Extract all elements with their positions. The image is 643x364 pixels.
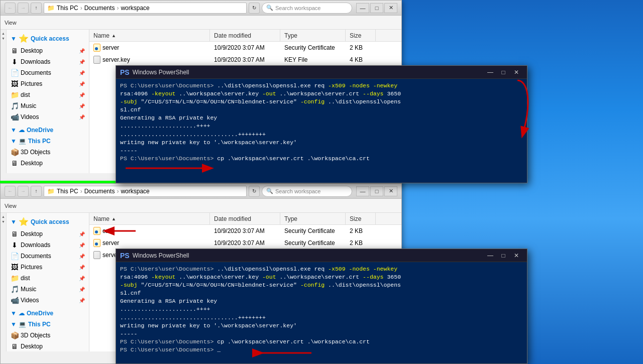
col-date-top[interactable]: Date modified [210,30,280,41]
videos-icon-b: 📹 [11,296,19,304]
key-icon-server-b [93,251,100,259]
desktop-icon-b: 🖥 [11,230,19,238]
explorer-title-bar-bottom: ← → ↑ 📁 This PC › Documents › workspace … [1,184,401,199]
sidebar-item-desktop2[interactable]: 🖥 Desktop [7,158,89,169]
sidebar-item-videos[interactable]: 📹 Videos 📌 [7,111,89,123]
minimize-button-top[interactable]: — [356,3,369,13]
search-bar-top[interactable]: 🔍 Search workspace [262,3,352,14]
file-row-server-crt[interactable]: server 10/9/2020 3:07 AM Security Certif… [89,42,401,54]
ps-minimize-top[interactable]: — [484,67,497,77]
forward-button-bottom[interactable]: → [18,186,29,197]
documents-icon: 📄 [11,69,19,77]
sidebar-quick-access-b[interactable]: ▼ ⭐ Quick access [7,215,89,228]
this-pc-chevron: ▼ [11,138,17,145]
col-date-bottom[interactable]: Date modified [210,213,280,224]
sidebar-this-pc[interactable]: ▼ 💻 This PC [7,136,89,147]
cert-icon-server-b [93,239,100,247]
file-row-server-b[interactable]: server 10/9/2020 3:07 AM Security Certif… [89,237,401,249]
ps-line4: sl.cnf [120,106,523,114]
sidebar-item-3dobjects[interactable]: 📦 3D Objects [7,147,89,158]
sidebar-item-pictures-b[interactable]: 🖼 Pictures 📌 [7,262,89,273]
file-type-server: Security Certificate [280,44,346,51]
sidebar-item-music-b[interactable]: 🎵 Music 📌 [7,284,89,295]
forward-button-top[interactable]: → [18,3,29,14]
col-name-top[interactable]: Name ▲ [89,30,210,41]
sidebar-item-desktop[interactable]: 🖥 Desktop 📌 [7,45,89,56]
col-type-top[interactable]: Type [280,30,346,41]
sidebar-item-dist-b[interactable]: 📁 dist 📌 [7,273,89,284]
ps-line9: ----- [120,147,523,155]
sidebar-top: ▼ ⭐ Quick access 🖥 Desktop 📌 ⬇ Downloads… [7,30,89,173]
dist-icon-b: 📁 [11,274,19,282]
file-size-server-b: 2 KB [346,239,376,247]
back-button-bottom[interactable]: ← [5,186,16,197]
col-size-top[interactable]: Size [346,30,376,41]
refresh-button-top[interactable]: ↻ [249,3,260,14]
close-button-top[interactable]: ✕ [384,3,397,13]
address-documents: Documents [84,5,115,12]
sidebar-item-documents[interactable]: 📄 Documents 📌 [7,67,89,78]
ps-b-line9: ----- [120,330,523,338]
powershell-window-top: PS Windows PowerShell — □ ✕ PS C:\Users\… [116,65,527,183]
ps-b-line6: ......................++++ [120,305,523,313]
sidebar-onedrive[interactable]: ▼ ☁ OneDrive [7,125,89,136]
maximize-button-bottom[interactable]: □ [370,186,383,196]
close-button-bottom[interactable]: ✕ [384,186,397,196]
sidebar-quick-access[interactable]: ▼ ⭐ Quick access [7,32,89,45]
ps-b-line11: PS C:\Users\user\Documents> _ [120,346,523,354]
sidebar-item-videos-b[interactable]: 📹 Videos 📌 [7,295,89,306]
address-bar-bottom[interactable]: 📁 This PC › Documents › workspace [44,186,247,197]
sidebar-item-dist[interactable]: 📁 dist 📌 [7,89,89,100]
quick-access-chevron: ▼ [11,35,17,42]
sidebar-item-documents-b[interactable]: 📄 Documents 📌 [7,251,89,262]
search-icon-top: 🔍 [266,5,273,11]
window-controls-top: — □ ✕ [356,3,397,13]
refresh-button-bottom[interactable]: ↻ [249,186,260,197]
col-name-bottom[interactable]: Name ▲ [89,213,210,224]
explorer-title-bar-top: ← → ↑ 📁 This PC › Documents › workspace … [1,1,401,16]
ps-close-bottom[interactable]: ✕ [510,251,523,261]
search-bar-bottom[interactable]: 🔍 Search workspace [262,186,352,197]
sidebar-item-downloads[interactable]: ⬇ Downloads 📌 [7,56,89,67]
file-date-server-key: 10/9/2020 3:07 AM [210,56,280,63]
sidebar-item-pictures[interactable]: 🖼 Pictures 📌 [7,78,89,89]
downloads-icon-b: ⬇ [11,241,19,249]
left-scrollbar-bottom: ▲ ▼ [1,213,7,351]
col-headers-top: Name ▲ Date modified Type Size [89,30,401,42]
ps-icon-bottom: PS [120,252,130,260]
col-type-bottom[interactable]: Type [280,213,346,224]
ps-maximize-bottom[interactable]: □ [497,251,510,261]
up-button-bottom[interactable]: ↑ [31,186,42,197]
ps-b-line2: rsa:4096 -keyout ..\workspace\server.key… [120,273,523,281]
sidebar-item-downloads-b[interactable]: ⬇ Downloads 📌 [7,239,89,251]
ps-minimize-bottom[interactable]: — [484,251,497,261]
sidebar-onedrive-b[interactable]: ▼ ☁ OneDrive [7,308,89,319]
address-folder-icon-b: 📁 [47,188,55,195]
sidebar-item-3dobjects-b[interactable]: 📦 3D Objects [7,330,89,341]
ps-line2: rsa:4096 -keyout ..\workspace\server.key… [120,90,523,98]
file-size-ca: 2 KB [346,227,376,234]
up-button-top[interactable]: ↑ [31,3,42,14]
sidebar-item-desktop2-b[interactable]: 🖥 Desktop [7,341,89,351]
ps-line10: PS C:\Users\user\Documents> cp .\workspa… [120,155,523,163]
ps-b-line4: sl.cnf [120,289,523,297]
maximize-button-top[interactable]: □ [370,3,383,13]
key-icon-server [93,56,100,64]
col-size-bottom[interactable]: Size [346,213,376,224]
file-row-server-key[interactable]: server.key 10/9/2020 3:07 AM KEY File 4 … [89,54,401,66]
ps-title-bar-top: PS Windows PowerShell — □ ✕ [116,66,527,79]
sidebar-this-pc-b[interactable]: ▼ 💻 This PC [7,319,89,330]
ps-line7: ..................................++++++… [120,131,523,139]
pictures-icon: 🖼 [11,80,19,88]
address-bar-top[interactable]: 📁 This PC › Documents › workspace [44,3,247,14]
file-row-ca[interactable]: ca 10/9/2020 3:07 AM Security Certificat… [89,225,401,237]
dist-icon: 📁 [11,91,19,99]
ps-maximize-top[interactable]: □ [497,67,510,77]
ps-close-top[interactable]: ✕ [510,67,523,77]
explorer-toolbar-top: View [1,16,401,30]
back-button-top[interactable]: ← [5,3,16,14]
documents-icon-b: 📄 [11,252,19,260]
sidebar-item-desktop-b[interactable]: 🖥 Desktop 📌 [7,228,89,239]
sidebar-item-music[interactable]: 🎵 Music 📌 [7,100,89,111]
minimize-button-bottom[interactable]: — [356,186,369,196]
